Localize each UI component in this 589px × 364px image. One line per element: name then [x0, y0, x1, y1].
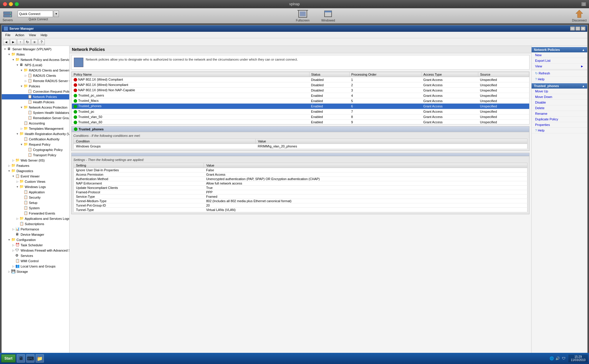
table-row[interactable]: NAP 802.1X (Wired) Non NAP-Capable Disab…: [72, 88, 529, 93]
expander-radius-clients[interactable]: ▼: [19, 68, 24, 72]
tree-event-viewer[interactable]: ▼ 📋 Event Viewer: [2, 174, 69, 179]
tree-device-manager[interactable]: 🖥 Device Manager: [2, 232, 69, 237]
expander-device-manager[interactable]: [11, 232, 15, 237]
tree-task-scheduler[interactable]: ▷ ⏰ Task Scheduler: [2, 242, 69, 248]
expander-services[interactable]: [11, 254, 15, 258]
expander-nap[interactable]: ▼: [19, 105, 24, 109]
expander-server-manager[interactable]: ▼: [3, 47, 7, 51]
expander-custom-views[interactable]: ▷: [15, 179, 19, 184]
tb2-up-btn[interactable]: ↑: [17, 39, 24, 45]
tree-subscriptions[interactable]: 📋 Subscriptions: [2, 221, 69, 227]
col-access-type[interactable]: Access Type: [421, 72, 478, 77]
tree-web-server[interactable]: ▷ 📁 Web Server (IIS): [2, 158, 69, 163]
expander-health-pol[interactable]: [24, 100, 28, 104]
expander-security[interactable]: [19, 195, 24, 200]
expander-transport-policy[interactable]: [24, 153, 28, 157]
tree-application[interactable]: 📋 Application: [2, 190, 69, 195]
windowed-icon[interactable]: [323, 9, 333, 18]
tree-setup[interactable]: 📋 Setup: [2, 200, 69, 205]
tree-local-users-groups[interactable]: ▷ 👥 Local Users and Groups: [2, 264, 69, 269]
expander-setup[interactable]: [19, 201, 24, 205]
taskbar-icon-1[interactable]: 🖥: [17, 354, 25, 363]
action-new[interactable]: New: [532, 52, 587, 58]
expander-np-access[interactable]: ▼: [11, 58, 15, 62]
expander-event-viewer[interactable]: ▼: [11, 174, 15, 178]
tree-policies[interactable]: ▼ 📁 Policies: [2, 84, 69, 89]
tree-services[interactable]: ⚙ Services: [2, 253, 69, 258]
action-refresh[interactable]: ↻Refresh: [532, 71, 587, 77]
expander-system[interactable]: [19, 206, 24, 210]
expander-web-server[interactable]: ▷: [11, 158, 15, 162]
table-row[interactable]: Trusted_vlan_60 Enabled 9 Grant Access U…: [72, 119, 529, 124]
table-row[interactable]: Trusted_phones Enabled 6 Grant Access Un…: [72, 104, 529, 109]
table-row[interactable]: Trusted_pc_users Enabled 4 Grant Access …: [72, 93, 529, 98]
expander-subscriptions[interactable]: [15, 222, 19, 226]
tree-storage[interactable]: ▷ 💾 Storage: [2, 269, 69, 274]
action-move-up[interactable]: Move Up: [532, 89, 587, 94]
minimize-button[interactable]: [9, 2, 13, 6]
tree-transport-policy[interactable]: 📋 Transport Policy: [2, 152, 69, 158]
tree-security[interactable]: 📋 Security: [2, 195, 69, 200]
menu-file[interactable]: File: [3, 33, 13, 37]
action-duplicate-policy[interactable]: Duplicate Policy: [532, 117, 587, 122]
win-minimize-btn[interactable]: —: [570, 26, 575, 31]
col-processing-order[interactable]: Processing Order: [349, 72, 421, 77]
tb2-help-btn[interactable]: ?: [38, 39, 45, 45]
expander-diagnostics[interactable]: ▼: [7, 169, 11, 173]
expander-sys-health-val[interactable]: [24, 111, 28, 115]
action-properties[interactable]: Properties: [532, 122, 587, 128]
expander-cert-auth[interactable]: [19, 137, 24, 141]
table-row[interactable]: Trusted_pc Enabled 7 Grant Access Unspec…: [72, 109, 529, 114]
tree-win-firewall[interactable]: ▷ 🛡 Windows Firewall with Advanced Secur…: [2, 248, 69, 253]
tree-remediation-srv[interactable]: 📋 Remediation Server Groups: [2, 115, 69, 121]
expander-performance[interactable]: ▷: [11, 227, 15, 231]
expander-crypto-policy[interactable]: [24, 148, 28, 152]
action-disable[interactable]: Disable: [532, 100, 587, 105]
tree-health-reg[interactable]: ▼ 📁 Health Registration Authority (VPLNA…: [2, 131, 69, 137]
tree-accounting[interactable]: 📋 Accounting: [2, 121, 69, 126]
expander-wmi-control[interactable]: [11, 259, 15, 263]
expander-task-scheduler[interactable]: ▷: [11, 243, 15, 247]
expander-application[interactable]: [19, 190, 24, 194]
menu-view[interactable]: View: [27, 33, 38, 37]
table-row[interactable]: Trusted_Macs Enabled 5 Grant Access Unsp…: [72, 98, 529, 104]
expander-remote-radius[interactable]: ▷: [24, 79, 28, 83]
tree-conn-req-pol[interactable]: 📋 Connection Request Policies: [2, 89, 69, 94]
tree-configuration[interactable]: ▼ 📁 Configuration: [2, 237, 69, 242]
col-source[interactable]: Source: [478, 72, 529, 77]
tree-crypto-policy[interactable]: 📋 Cryptographic Policy: [2, 147, 69, 152]
window-controls[interactable]: [3, 2, 19, 6]
expander-roles[interactable]: ▼: [7, 52, 11, 56]
close-button[interactable]: [3, 2, 7, 6]
expander-req-policy[interactable]: ▼: [19, 142, 24, 147]
quick-connect-dropdown[interactable]: ▼: [54, 11, 59, 17]
resize-button[interactable]: ◻: [581, 2, 586, 6]
servers-icon[interactable]: [2, 10, 13, 19]
expander-conn-req-pol[interactable]: [24, 89, 28, 94]
tree-health-pol[interactable]: 📋 Health Policies: [2, 99, 69, 105]
menu-action[interactable]: Action: [13, 33, 27, 37]
tree-forwarded-events[interactable]: 📋 Forwarded Events: [2, 211, 69, 216]
tree-radius-clients[interactable]: ▼ 📁 RADIUS Clients and Servers: [2, 68, 69, 73]
tree-server-manager[interactable]: ▼ 🖥 Server Manager (VPLNAP): [2, 46, 69, 52]
table-row[interactable]: NAP 802.1X (Wired) Compliant Disabled 1 …: [72, 77, 529, 82]
expander-forwarded-events[interactable]: [19, 211, 24, 215]
action-delete[interactable]: Delete: [532, 105, 587, 111]
tree-apps-services-logs[interactable]: ▷ 📁 Applications and Services Logs: [2, 216, 69, 221]
expander-features[interactable]: ▷: [7, 164, 11, 168]
expander-network-pol[interactable]: [24, 95, 28, 99]
actions-tp-collapse[interactable]: ▲: [582, 84, 585, 88]
menu-help[interactable]: Help: [38, 33, 50, 37]
action-export-list[interactable]: Export List: [532, 58, 587, 64]
np-table-wrapper[interactable]: Policy Name Status Processing Order Acce…: [71, 72, 530, 124]
expander-apps-services-logs[interactable]: ▷: [15, 217, 19, 221]
window-controls-right[interactable]: — □ ✕: [570, 26, 585, 31]
action-move-down[interactable]: Move Down: [532, 94, 587, 100]
tree-diagnostics[interactable]: ▼ 📁 Diagnostics: [2, 168, 69, 174]
tree-performance[interactable]: ▷ 📊 Performance: [2, 227, 69, 232]
tree-nps[interactable]: ▼ 🖥 NPS (Local): [2, 62, 69, 68]
tb2-fwd-btn[interactable]: ►: [10, 39, 16, 45]
action-help-np[interactable]: ?Help: [532, 77, 587, 82]
maximize-button[interactable]: [15, 2, 19, 6]
tree-sys-health-val[interactable]: 📋 System Health Validators: [2, 110, 69, 115]
